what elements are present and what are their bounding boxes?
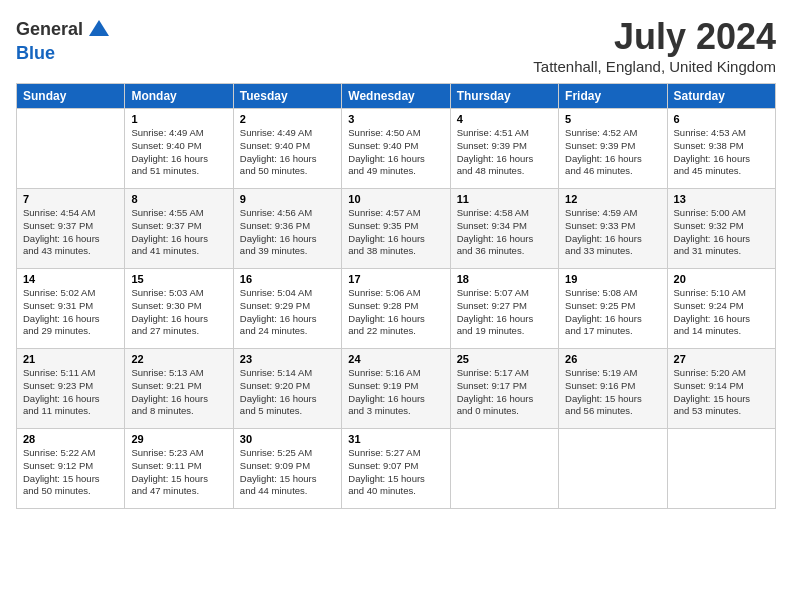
calendar-cell: 26Sunrise: 5:19 AM Sunset: 9:16 PM Dayli… <box>559 349 667 429</box>
day-info: Sunrise: 5:03 AM Sunset: 9:30 PM Dayligh… <box>131 287 226 338</box>
day-info: Sunrise: 5:17 AM Sunset: 9:17 PM Dayligh… <box>457 367 552 418</box>
calendar-cell: 31Sunrise: 5:27 AM Sunset: 9:07 PM Dayli… <box>342 429 450 509</box>
calendar-cell: 5Sunrise: 4:52 AM Sunset: 9:39 PM Daylig… <box>559 109 667 189</box>
day-info: Sunrise: 5:04 AM Sunset: 9:29 PM Dayligh… <box>240 287 335 338</box>
calendar-cell: 20Sunrise: 5:10 AM Sunset: 9:24 PM Dayli… <box>667 269 775 349</box>
day-number: 9 <box>240 193 335 205</box>
day-number: 3 <box>348 113 443 125</box>
day-number: 5 <box>565 113 660 125</box>
weekday-saturday: Saturday <box>667 84 775 109</box>
day-number: 28 <box>23 433 118 445</box>
day-number: 2 <box>240 113 335 125</box>
day-number: 15 <box>131 273 226 285</box>
day-info: Sunrise: 4:57 AM Sunset: 9:35 PM Dayligh… <box>348 207 443 258</box>
calendar-cell: 2Sunrise: 4:49 AM Sunset: 9:40 PM Daylig… <box>233 109 341 189</box>
weekday-monday: Monday <box>125 84 233 109</box>
calendar-cell: 28Sunrise: 5:22 AM Sunset: 9:12 PM Dayli… <box>17 429 125 509</box>
day-info: Sunrise: 5:07 AM Sunset: 9:27 PM Dayligh… <box>457 287 552 338</box>
day-info: Sunrise: 4:59 AM Sunset: 9:33 PM Dayligh… <box>565 207 660 258</box>
day-info: Sunrise: 4:54 AM Sunset: 9:37 PM Dayligh… <box>23 207 118 258</box>
calendar-cell <box>450 429 558 509</box>
calendar-cell: 25Sunrise: 5:17 AM Sunset: 9:17 PM Dayli… <box>450 349 558 429</box>
day-info: Sunrise: 5:25 AM Sunset: 9:09 PM Dayligh… <box>240 447 335 498</box>
day-info: Sunrise: 4:52 AM Sunset: 9:39 PM Dayligh… <box>565 127 660 178</box>
day-number: 7 <box>23 193 118 205</box>
calendar-cell: 23Sunrise: 5:14 AM Sunset: 9:20 PM Dayli… <box>233 349 341 429</box>
day-number: 14 <box>23 273 118 285</box>
day-number: 13 <box>674 193 769 205</box>
day-number: 21 <box>23 353 118 365</box>
day-info: Sunrise: 5:00 AM Sunset: 9:32 PM Dayligh… <box>674 207 769 258</box>
day-info: Sunrise: 5:13 AM Sunset: 9:21 PM Dayligh… <box>131 367 226 418</box>
day-number: 24 <box>348 353 443 365</box>
weekday-thursday: Thursday <box>450 84 558 109</box>
calendar-cell: 14Sunrise: 5:02 AM Sunset: 9:31 PM Dayli… <box>17 269 125 349</box>
location-title: Tattenhall, England, United Kingdom <box>533 58 776 75</box>
calendar-cell: 12Sunrise: 4:59 AM Sunset: 9:33 PM Dayli… <box>559 189 667 269</box>
calendar-cell: 11Sunrise: 4:58 AM Sunset: 9:34 PM Dayli… <box>450 189 558 269</box>
day-number: 23 <box>240 353 335 365</box>
day-number: 1 <box>131 113 226 125</box>
week-row-1: 1Sunrise: 4:49 AM Sunset: 9:40 PM Daylig… <box>17 109 776 189</box>
logo-general: General <box>16 19 83 39</box>
week-row-3: 14Sunrise: 5:02 AM Sunset: 9:31 PM Dayli… <box>17 269 776 349</box>
day-info: Sunrise: 4:53 AM Sunset: 9:38 PM Dayligh… <box>674 127 769 178</box>
day-info: Sunrise: 4:55 AM Sunset: 9:37 PM Dayligh… <box>131 207 226 258</box>
day-number: 6 <box>674 113 769 125</box>
day-number: 20 <box>674 273 769 285</box>
week-row-2: 7Sunrise: 4:54 AM Sunset: 9:37 PM Daylig… <box>17 189 776 269</box>
day-number: 17 <box>348 273 443 285</box>
calendar-cell: 13Sunrise: 5:00 AM Sunset: 9:32 PM Dayli… <box>667 189 775 269</box>
day-number: 25 <box>457 353 552 365</box>
calendar-cell: 4Sunrise: 4:51 AM Sunset: 9:39 PM Daylig… <box>450 109 558 189</box>
calendar-cell: 6Sunrise: 4:53 AM Sunset: 9:38 PM Daylig… <box>667 109 775 189</box>
day-info: Sunrise: 4:50 AM Sunset: 9:40 PM Dayligh… <box>348 127 443 178</box>
day-info: Sunrise: 5:23 AM Sunset: 9:11 PM Dayligh… <box>131 447 226 498</box>
day-number: 11 <box>457 193 552 205</box>
day-number: 10 <box>348 193 443 205</box>
day-info: Sunrise: 5:20 AM Sunset: 9:14 PM Dayligh… <box>674 367 769 418</box>
calendar-cell: 18Sunrise: 5:07 AM Sunset: 9:27 PM Dayli… <box>450 269 558 349</box>
day-info: Sunrise: 4:56 AM Sunset: 9:36 PM Dayligh… <box>240 207 335 258</box>
title-block: July 2024 Tattenhall, England, United Ki… <box>533 16 776 75</box>
day-info: Sunrise: 5:19 AM Sunset: 9:16 PM Dayligh… <box>565 367 660 418</box>
calendar-cell: 27Sunrise: 5:20 AM Sunset: 9:14 PM Dayli… <box>667 349 775 429</box>
day-number: 8 <box>131 193 226 205</box>
calendar-table: SundayMondayTuesdayWednesdayThursdayFrid… <box>16 83 776 509</box>
day-info: Sunrise: 5:10 AM Sunset: 9:24 PM Dayligh… <box>674 287 769 338</box>
day-number: 30 <box>240 433 335 445</box>
weekday-tuesday: Tuesday <box>233 84 341 109</box>
weekday-sunday: Sunday <box>17 84 125 109</box>
calendar-cell: 21Sunrise: 5:11 AM Sunset: 9:23 PM Dayli… <box>17 349 125 429</box>
week-row-4: 21Sunrise: 5:11 AM Sunset: 9:23 PM Dayli… <box>17 349 776 429</box>
svg-marker-0 <box>89 20 109 36</box>
day-info: Sunrise: 4:49 AM Sunset: 9:40 PM Dayligh… <box>131 127 226 178</box>
weekday-header-row: SundayMondayTuesdayWednesdayThursdayFrid… <box>17 84 776 109</box>
day-info: Sunrise: 4:49 AM Sunset: 9:40 PM Dayligh… <box>240 127 335 178</box>
day-number: 16 <box>240 273 335 285</box>
week-row-5: 28Sunrise: 5:22 AM Sunset: 9:12 PM Dayli… <box>17 429 776 509</box>
calendar-cell <box>559 429 667 509</box>
day-info: Sunrise: 4:58 AM Sunset: 9:34 PM Dayligh… <box>457 207 552 258</box>
calendar-cell: 30Sunrise: 5:25 AM Sunset: 9:09 PM Dayli… <box>233 429 341 509</box>
month-title: July 2024 <box>533 16 776 58</box>
calendar-cell: 9Sunrise: 4:56 AM Sunset: 9:36 PM Daylig… <box>233 189 341 269</box>
day-info: Sunrise: 5:22 AM Sunset: 9:12 PM Dayligh… <box>23 447 118 498</box>
weekday-wednesday: Wednesday <box>342 84 450 109</box>
calendar-cell: 10Sunrise: 4:57 AM Sunset: 9:35 PM Dayli… <box>342 189 450 269</box>
day-number: 4 <box>457 113 552 125</box>
calendar-cell: 16Sunrise: 5:04 AM Sunset: 9:29 PM Dayli… <box>233 269 341 349</box>
logo: General Blue <box>16 16 115 64</box>
day-number: 12 <box>565 193 660 205</box>
day-info: Sunrise: 5:02 AM Sunset: 9:31 PM Dayligh… <box>23 287 118 338</box>
day-info: Sunrise: 4:51 AM Sunset: 9:39 PM Dayligh… <box>457 127 552 178</box>
day-info: Sunrise: 5:14 AM Sunset: 9:20 PM Dayligh… <box>240 367 335 418</box>
calendar-cell: 19Sunrise: 5:08 AM Sunset: 9:25 PM Dayli… <box>559 269 667 349</box>
day-info: Sunrise: 5:11 AM Sunset: 9:23 PM Dayligh… <box>23 367 118 418</box>
day-number: 18 <box>457 273 552 285</box>
calendar-cell: 22Sunrise: 5:13 AM Sunset: 9:21 PM Dayli… <box>125 349 233 429</box>
calendar-body: 1Sunrise: 4:49 AM Sunset: 9:40 PM Daylig… <box>17 109 776 509</box>
calendar-cell: 7Sunrise: 4:54 AM Sunset: 9:37 PM Daylig… <box>17 189 125 269</box>
calendar-cell <box>667 429 775 509</box>
day-info: Sunrise: 5:27 AM Sunset: 9:07 PM Dayligh… <box>348 447 443 498</box>
